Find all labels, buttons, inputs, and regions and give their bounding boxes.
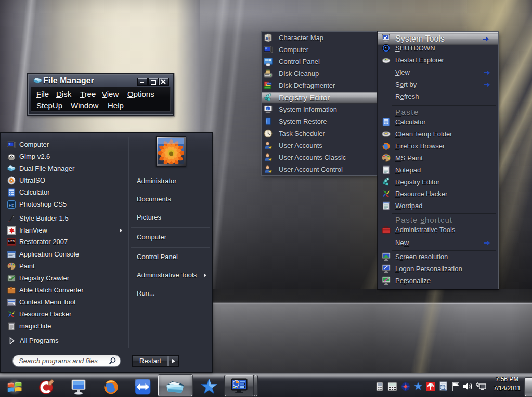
svg-text:Ps: Ps xyxy=(9,203,14,208)
svg-text:Res: Res xyxy=(8,239,15,243)
svg-text:?: ? xyxy=(268,37,270,41)
svg-text:i: i xyxy=(267,106,268,111)
